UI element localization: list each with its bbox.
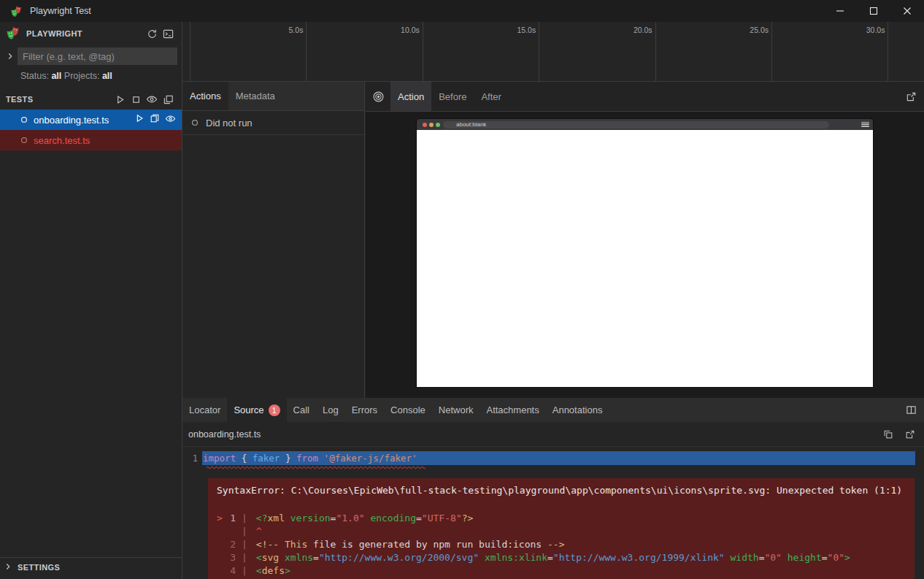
code-frame-line: 2|<!-- This file is generated by npm run…: [217, 538, 906, 551]
minimize-icon: [836, 7, 844, 15]
window-title: Playwright Test: [30, 6, 91, 16]
timeline-gridline: [539, 22, 539, 81]
tab-before[interactable]: Before: [431, 82, 474, 111]
playwright-ui-window: Playwright Test: [0, 0, 924, 579]
traffic-light-yellow-icon: [429, 123, 434, 127]
tab-network[interactable]: Network: [432, 398, 480, 422]
test-status-circle-icon: [20, 115, 28, 126]
open-snapshot-button[interactable]: [898, 82, 924, 111]
timeline-gridline: [655, 22, 656, 81]
snapshot-tabbar: ActionBeforeAfter: [366, 82, 924, 112]
copy-icon: [883, 429, 893, 440]
close-button[interactable]: [890, 0, 924, 22]
projects-value[interactable]: all: [102, 71, 112, 81]
tab-action[interactable]: Action: [390, 82, 431, 111]
timeline-tick-label: 10.0s: [388, 26, 420, 34]
source-view[interactable]: 1 import { faker } from '@faker-js/faker…: [182, 447, 924, 579]
traffic-light-red-icon: [423, 123, 427, 127]
tab-label: Before: [439, 91, 466, 102]
tab-label: Call: [293, 404, 309, 415]
eye-icon: [165, 113, 176, 124]
close-icon: [903, 7, 912, 15]
extension-header: PLAYWRIGHT: [0, 22, 182, 45]
status-label: Status:: [20, 71, 49, 81]
maximize-icon: [869, 7, 878, 15]
browser-address: about:blank: [443, 121, 829, 129]
tab-label: Network: [439, 404, 474, 415]
tab-call[interactable]: Call: [287, 398, 316, 422]
sidebar: PLAYWRIGHT Status: all Projects: all TES…: [0, 22, 182, 579]
filter-row: [0, 45, 182, 67]
collapse-all-icon: [163, 94, 174, 105]
test-item-onboarding[interactable]: onboarding.test.ts: [0, 110, 182, 130]
play-icon: [115, 94, 126, 105]
code-frame-line: 3|<svg xmlns="http://www.w3.org/2000/svg…: [217, 551, 906, 564]
tab-metadata[interactable]: Metadata: [228, 82, 282, 110]
eye-icon: [146, 93, 158, 105]
timeline-tick-label: 25.0s: [736, 26, 769, 34]
reload-tests-button[interactable]: [144, 26, 160, 42]
tab-label: Errors: [352, 404, 377, 415]
stop-button[interactable]: [128, 91, 144, 107]
collapse-all-button[interactable]: [160, 91, 176, 107]
open-source-button[interactable]: [150, 113, 160, 126]
run-all-button[interactable]: [112, 91, 128, 107]
settings-header[interactable]: SETTINGS: [0, 557, 182, 577]
minimize-button[interactable]: [823, 0, 857, 22]
terminal-button[interactable]: [160, 26, 176, 42]
split-view-button[interactable]: [898, 398, 924, 422]
tab-log[interactable]: Log: [316, 398, 345, 422]
code-frame-line: |^: [217, 525, 906, 538]
tab-locator[interactable]: Locator: [182, 398, 227, 422]
tab-label: Annotations: [553, 404, 603, 415]
open-source-external-button[interactable]: [902, 426, 918, 442]
actions-panel: ActionsMetadata Did not run: [182, 82, 365, 398]
test-name: search.test.ts: [34, 135, 176, 146]
watch-test-button[interactable]: [165, 113, 176, 126]
browser-snapshot[interactable]: about:blank: [417, 119, 873, 387]
pick-locator-button[interactable]: [366, 82, 390, 111]
tab-console[interactable]: Console: [384, 398, 432, 422]
projects-label: Projects:: [64, 71, 100, 81]
timeline-tick-label: 15.0s: [504, 26, 536, 34]
extension-title: PLAYWRIGHT: [26, 29, 144, 38]
run-test-button[interactable]: [134, 113, 145, 126]
maximize-button[interactable]: [857, 0, 890, 22]
status-circle-icon: [191, 119, 199, 126]
tab-source[interactable]: Source1: [227, 398, 286, 422]
timeline-ruler[interactable]: 5.0s10.0s15.0s20.0s25.0s30.0s: [182, 22, 924, 82]
tab-attachments[interactable]: Attachments: [480, 398, 545, 422]
tab-badge: 1: [269, 404, 280, 416]
settings-title: SETTINGS: [18, 563, 60, 572]
browser-toolbar: about:blank: [417, 119, 873, 130]
watch-all-button[interactable]: [144, 91, 160, 107]
timeline-gridline: [888, 22, 888, 81]
error-message: SyntaxError: C:\Courses\EpicWeb\full-sta…: [217, 484, 906, 497]
actions-empty-row: Did not run: [182, 111, 364, 135]
filter-input[interactable]: [18, 47, 177, 65]
split-view-icon: [906, 404, 917, 415]
copy-source-button[interactable]: [880, 426, 896, 442]
code-frame-line: 4|<defs>: [217, 564, 906, 578]
tab-label: After: [481, 91, 501, 102]
tab-label: Log: [323, 404, 339, 415]
tab-errors[interactable]: Errors: [345, 398, 384, 422]
code-frame: >1|<?xml version="1.0" encoding="UTF-8"?…: [217, 512, 906, 578]
test-item-search[interactable]: search.test.ts: [0, 130, 182, 150]
code-frame-line: >1|<?xml version="1.0" encoding="UTF-8"?…: [217, 512, 906, 525]
source-line: 1 import { faker } from '@faker-js/faker…: [182, 451, 924, 465]
titlebar: Playwright Test: [0, 0, 924, 22]
test-status-circle-icon: [20, 135, 28, 146]
browser-page[interactable]: [417, 130, 873, 387]
details-tabbar: LocatorSource1CallLogErrorsConsoleNetwor…: [182, 398, 924, 422]
stop-icon: [131, 94, 142, 105]
chevron-right-icon[interactable]: [3, 51, 18, 61]
status-value[interactable]: all: [51, 71, 61, 81]
test-name: onboarding.test.ts: [34, 115, 128, 126]
tab-after[interactable]: After: [474, 82, 508, 111]
tab-actions[interactable]: Actions: [182, 82, 228, 110]
tab-annotations[interactable]: Annotations: [546, 398, 609, 422]
traffic-light-green-icon: [436, 123, 440, 127]
terminal-icon: [163, 28, 174, 39]
tab-label: Locator: [189, 404, 220, 415]
